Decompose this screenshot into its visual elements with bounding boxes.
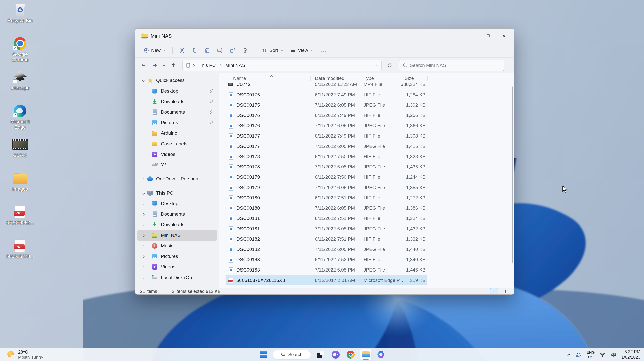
hidden-icons-button[interactable] [567,348,571,361]
file-row[interactable]: DSC00182 7/11/2022 6:05 PM JPEG File 1,4… [226,244,427,254]
file-explorer-button[interactable] [360,349,371,360]
view-button[interactable]: View [287,45,316,55]
clock[interactable]: 5:22 PM 1/02/2023 [621,348,640,361]
title-bar[interactable]: Mini NAS [135,29,514,43]
file-row[interactable]: 660515378X726115X8 8/12/2017 2:01 AM Mic… [226,275,427,285]
expander-chevron-icon[interactable] [142,152,146,156]
file-row[interactable]: DSC00180 7/11/2022 6:05 PM JPEG File 1,3… [226,203,427,213]
file-row[interactable]: DSC00179 7/11/2022 6:05 PM JPEG File 1,3… [226,182,427,193]
file-row[interactable]: DSC00176 7/11/2022 6:05 PM JPEG File 1,3… [226,120,427,131]
sidebar-item[interactable]: Pictures [137,117,217,128]
expander-chevron-icon[interactable] [142,202,146,206]
sidebar-item[interactable]: Case Labels [137,139,217,149]
expander-chevron-icon[interactable] [142,244,146,248]
sidebar-item[interactable]: Documents [137,107,217,117]
sidebar-item[interactable]: Pictures [137,251,217,262]
chrome-button[interactable] [345,349,356,360]
expander-chevron-icon[interactable] [142,131,146,135]
delete-button[interactable] [239,45,251,55]
column-header-size[interactable]: Size [405,76,414,81]
expander-chevron-icon[interactable] [142,191,146,195]
cut-button[interactable] [177,45,188,55]
sidebar-item[interactable]: Quick access [137,75,217,86]
sidebar-item[interactable]: Videos [137,262,217,272]
details-view-button[interactable] [490,288,498,294]
file-row[interactable]: DSC00178 6/11/2022 7:50 PM HIF File 1,32… [226,151,427,162]
expander-chevron-icon[interactable] [142,254,146,258]
desktop-icon[interactable]: 660515378... [4,239,37,267]
breadcrumb-mini-nas[interactable]: Mini NAS [224,62,247,69]
file-row[interactable]: DSC00182 6/11/2022 7:51 PM HIF File 1,33… [226,234,427,244]
file-row[interactable]: DSC00178 7/11/2022 6:05 PM JPEG File 1,4… [226,162,427,172]
maximize-button[interactable] [480,31,496,41]
search-field[interactable] [399,60,504,71]
expander-chevron-icon[interactable] [142,142,146,146]
expander-chevron-icon[interactable] [142,212,146,216]
file-row[interactable]: DSC00175 7/11/2022 6:05 PM JPEG File 1,3… [226,100,427,110]
new-button[interactable]: New [141,46,168,55]
sidebar-item[interactable]: Downloads [137,219,217,230]
expander-chevron-icon[interactable] [142,89,146,93]
wifi-button[interactable] [599,348,606,361]
desktop-icon[interactable]: Inkscape [4,70,37,99]
task-view-button[interactable] [315,349,326,360]
copy-button[interactable] [189,45,200,55]
breadcrumb-bar[interactable]: This PC Mini NAS [182,60,382,71]
sidebar-item[interactable]: Downloads [137,96,217,107]
expander-chevron-icon[interactable] [142,177,146,181]
file-row[interactable]: DSC00180 6/11/2022 7:51 PM HIF File 1,27… [226,193,427,203]
expander-chevron-icon[interactable] [142,265,146,269]
sidebar-item[interactable]: Desktop [137,198,217,209]
desktop-icon[interactable]: Microsoft Edge [4,104,37,132]
file-row[interactable]: DSC00177 6/11/2022 7:49 PM HIF File 1,30… [226,131,427,141]
see-more-button[interactable]: ... [317,47,330,54]
file-row[interactable]: DSC00177 7/11/2022 6:05 PM JPEG File 1,4… [226,141,427,151]
language-switcher[interactable]: ENG US [587,348,595,361]
expander-chevron-icon[interactable] [142,163,146,167]
file-row[interactable]: C0742 5/11/2022 11:23 AM MP4 File 688,32… [226,83,427,89]
back-button[interactable] [139,60,149,70]
sort-button[interactable]: Sort [259,45,286,55]
sidebar-item[interactable]: Local Disk (C:) [137,272,217,283]
column-header-type[interactable]: Type [364,76,374,81]
column-header-date[interactable]: Date modified [315,76,344,81]
expander-chevron-icon[interactable] [142,121,146,125]
sidebar-item[interactable]: Documents [137,209,217,219]
sidebar-item[interactable]: OneDrive - Personal [137,174,217,184]
recent-locations-button[interactable] [161,60,167,70]
close-button[interactable] [496,31,512,41]
minimize-button[interactable] [465,31,480,41]
expander-chevron-icon[interactable] [142,233,146,237]
expander-chevron-icon[interactable] [142,78,146,82]
column-header-name[interactable]: Name [233,76,246,81]
sidebar-item[interactable]: Desktop [137,86,217,96]
desktop-icon[interactable]: 672678962... [4,205,37,233]
thumbnail-view-button[interactable] [500,288,508,294]
file-row[interactable]: DSC00175 6/11/2022 7:49 PM HIF File 1,28… [226,89,427,100]
forward-button[interactable] [150,60,160,70]
sidebar-item[interactable]: Music [137,241,217,251]
weather-widget[interactable]: 29°C Mostly sunny [5,348,46,361]
expander-chevron-icon[interactable] [142,100,146,104]
sidebar-item[interactable]: This PC [137,188,217,198]
search-input[interactable] [410,63,501,68]
breadcrumb-this-pc[interactable]: This PC [197,62,217,69]
expander-chevron-icon[interactable] [142,223,146,227]
taskbar-search[interactable]: Search [273,350,311,359]
sidebar-item[interactable]: Arduino [137,128,217,139]
rename-button[interactable] [214,45,225,55]
expander-chevron-icon[interactable] [142,110,146,114]
up-button[interactable] [168,60,178,70]
file-row[interactable]: DSC00181 7/11/2022 6:05 PM JPEG File 1,4… [226,223,427,234]
address-dropdown-icon[interactable] [375,64,378,67]
file-row[interactable]: DSC00181 6/11/2022 7:51 PM HIF File 1,32… [226,213,427,223]
sync-tray-button[interactable] [576,351,582,358]
sidebar-item[interactable]: Y:\ [137,160,217,170]
desktop-icon[interactable]: Google Chrome [4,37,37,65]
desktop-icon[interactable]: C0742 [4,138,37,166]
file-row[interactable]: DSC00183 6/11/2022 7:52 PM HIF File 1,34… [226,254,427,265]
sidebar-item[interactable]: Videos [137,149,217,160]
list-scrollbar-thumb[interactable] [512,86,513,263]
file-row[interactable]: DSC00179 6/11/2022 7:50 PM HIF File 1,24… [226,172,427,182]
sidebar-item[interactable]: Mini NAS [137,230,217,241]
